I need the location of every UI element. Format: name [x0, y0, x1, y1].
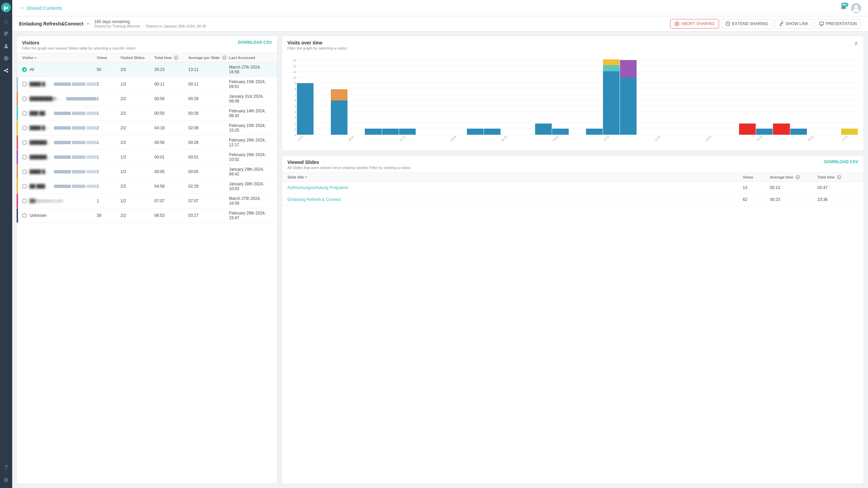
table-cell: March 27th 2024, 16:59	[229, 196, 272, 206]
sidebar-item-help[interactable]: ?	[1, 462, 12, 473]
table-cell: 1	[97, 140, 120, 145]
radio-button[interactable]	[22, 140, 27, 145]
table-row[interactable]: ████ ██████████████11/200:0500:05January…	[17, 165, 277, 179]
y-axis-label: 7	[287, 93, 296, 97]
radio-button[interactable]	[22, 126, 27, 130]
y-axis-label: 13	[287, 59, 296, 62]
main-area: ← Shared Contents 99+ Einladung Refresh&…	[12, 0, 868, 488]
edit-icon[interactable]: ✏	[86, 21, 90, 26]
table-cell: February 15th 2024, 09:01	[229, 79, 272, 89]
grid-line	[297, 123, 858, 123]
collapse-button[interactable]: ∧	[854, 40, 858, 46]
sidebar-item-share[interactable]	[1, 65, 12, 76]
table-cell: 50	[97, 67, 120, 72]
chart-bar	[620, 60, 637, 77]
row-accent	[17, 150, 18, 164]
table-row[interactable]: ███ ████████ ████████12/200:5500:28Febru…	[17, 106, 277, 121]
radio-button[interactable]	[22, 111, 27, 116]
radio-button[interactable]	[22, 169, 27, 174]
slide-total-info-icon[interactable]: ?	[837, 175, 842, 180]
radio-button[interactable]	[22, 199, 27, 203]
x-axis-label: 20.02	[705, 134, 713, 142]
sidebar-item-contacts[interactable]	[1, 41, 12, 52]
radio-button[interactable]	[22, 96, 27, 101]
visitor-name: ████████ ████████████	[30, 140, 51, 145]
total-time-info-icon[interactable]: ?	[174, 55, 178, 60]
slide-cell: 13	[743, 185, 770, 190]
visitor-name: ████ ██████████████	[30, 169, 51, 174]
visitor-name: ███ ████████ ████████	[30, 111, 51, 116]
table-cell: 1/2	[120, 169, 154, 174]
chart-area: 01234567891011121325.0128.0131.0103.0206…	[287, 53, 858, 143]
show-link-button[interactable]: SHOW LINK	[775, 19, 813, 29]
svg-rect-1	[4, 32, 8, 33]
notifications-button[interactable]: 99+	[840, 4, 847, 12]
row-accent	[17, 121, 18, 135]
x-axis-label: 09.02	[552, 134, 560, 142]
visitors-subtitle: Filter the graph and viewed Slides table…	[22, 46, 136, 50]
x-axis-label: 28.02	[807, 134, 815, 142]
download-csv-button[interactable]: DOWNLOAD CSV	[238, 40, 272, 45]
table-cell: 07:07	[154, 199, 188, 203]
chart-bar	[331, 100, 347, 135]
table-row[interactable]: ████████████ ████████11/200:0100:01Febru…	[17, 150, 277, 165]
visitor-cell: ████ ███ ████ ██████	[22, 82, 97, 87]
slide-cell: 02:47	[817, 185, 858, 190]
abort-sharing-button[interactable]: ABORT SHARING	[670, 19, 719, 29]
table-cell: 1	[97, 184, 120, 189]
extend-sharing-button[interactable]: EXTEND SHARING	[721, 19, 773, 29]
x-axis-label: 27.03	[841, 134, 849, 142]
slide-title-link[interactable]: Auffrischungsschulung Programm	[287, 185, 743, 190]
th-visited-slides: Visited Slides	[120, 55, 154, 60]
table-row[interactable]: ████ ███ ████ ██████21/200:1100:11Februa…	[17, 77, 277, 92]
table-row[interactable]: All502/226:2313:11March 27th 2024, 16:59	[17, 62, 277, 77]
svg-line-10	[5, 69, 7, 71]
back-button[interactable]: ← Shared Contents	[19, 4, 62, 12]
grid-line	[297, 89, 858, 89]
radio-button[interactable]	[22, 213, 27, 218]
table-cell: 06:53	[154, 213, 188, 218]
sidebar-item-settings[interactable]: ⚙	[1, 474, 12, 485]
sidebar-item-docs[interactable]	[1, 29, 12, 39]
table-row[interactable]: ████████@████.com12/200:5800:29January 3…	[17, 92, 277, 106]
radio-button[interactable]	[22, 155, 27, 159]
slide-title-link[interactable]: Einladung Refresh & Connect	[287, 197, 743, 202]
table-row[interactable]: ████████ ████████████12/200:5600:28Febru…	[17, 135, 277, 150]
visitors-table: Visitor ▾ Views Visited Slides Total tim…	[17, 53, 277, 484]
table-cell: March 27th 2024, 16:59	[229, 65, 272, 74]
radio-button[interactable]	[22, 184, 27, 189]
grid-line	[297, 83, 858, 83]
viewed-slides-panel: Viewed Slides All Slides that were viewe…	[282, 155, 864, 484]
svg-point-13	[854, 5, 858, 8]
visitor-cell: ████ ██████████████	[22, 169, 97, 174]
topbar: ← Shared Contents 99+	[12, 0, 868, 16]
table-cell: 00:55	[154, 111, 188, 116]
app-logo[interactable]	[1, 3, 11, 12]
table-cell: 39	[97, 213, 120, 218]
user-avatar[interactable]	[851, 3, 861, 13]
table-cell: 03:27	[188, 213, 229, 218]
grid-line	[297, 77, 858, 77]
presentation-button[interactable]: PRESENTATION	[815, 19, 861, 29]
avg-per-slide-info-icon[interactable]: ?	[222, 55, 227, 60]
visitor-name: ██@presono.com	[30, 199, 63, 203]
sidebar-item-home[interactable]: ⌂	[1, 16, 12, 27]
table-cell: 1	[97, 155, 120, 159]
x-axis-label: 12.02	[603, 134, 611, 142]
table-row[interactable]: Unknown392/206:5303:27February 28th 2024…	[17, 208, 277, 223]
y-axis-label: 0	[287, 133, 296, 137]
table-row[interactable]: ██@presono.com11/207:0707:07March 27th 2…	[17, 194, 277, 208]
sidebar-item-badge[interactable]	[1, 53, 12, 64]
radio-button[interactable]	[22, 82, 27, 87]
slides-download-csv-button[interactable]: DOWNLOAD CSV	[824, 159, 858, 164]
y-axis-label: 4	[287, 110, 296, 114]
avg-time-info-icon[interactable]: ?	[795, 175, 800, 180]
table-cell: 04:58	[154, 184, 188, 189]
radio-button[interactable]	[22, 67, 27, 72]
chart-bar	[603, 65, 620, 71]
table-row[interactable]: ████ ████████████22/204:1802:09February …	[17, 121, 277, 135]
visitor-cell: ████████ ████████████	[22, 140, 97, 145]
row-accent	[17, 208, 18, 223]
table-row[interactable]: ██ ████ ██████12/204:5802:29January 30th…	[17, 179, 277, 194]
chart-bar	[739, 124, 756, 135]
